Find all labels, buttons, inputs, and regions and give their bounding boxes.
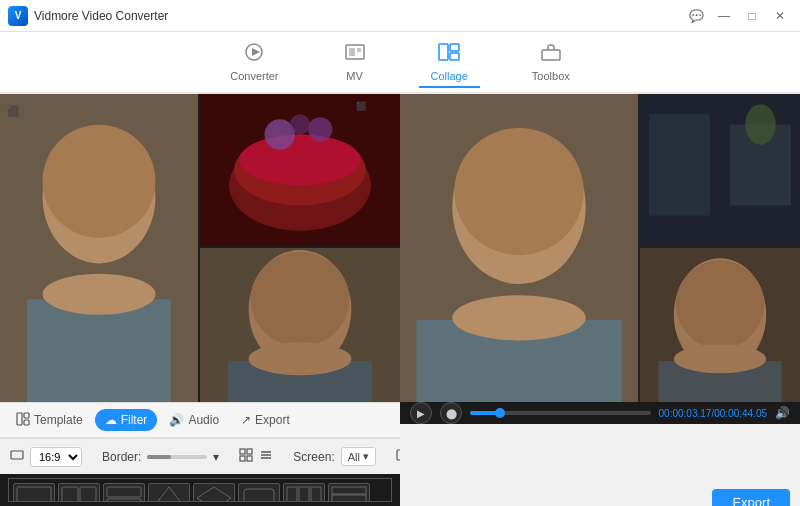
svg-rect-6	[450, 44, 459, 51]
svg-rect-33	[24, 420, 29, 425]
template-5[interactable]	[193, 483, 235, 502]
mv-label: MV	[346, 70, 363, 82]
message-button[interactable]: 💬	[684, 6, 708, 26]
border-dropdown-icon: ▾	[213, 450, 219, 464]
ratio-select[interactable]: 16:9 4:3 1:1	[30, 447, 82, 467]
svg-rect-36	[247, 449, 252, 454]
right-panel: ▶ ⬤ 00:00:03.17/00:00:44.05 🔊 Export	[400, 94, 800, 506]
svg-rect-5	[439, 44, 448, 60]
app-title-text: Vidmore Video Converter	[34, 9, 168, 23]
svg-rect-53	[332, 487, 366, 494]
total-time: 00:00:44.05	[714, 408, 767, 419]
svg-rect-4	[357, 48, 361, 52]
svg-rect-37	[240, 456, 245, 461]
right-preview	[400, 94, 800, 402]
template-7[interactable]	[283, 483, 325, 502]
border-slider-fill	[147, 455, 171, 459]
svg-rect-174	[640, 94, 800, 246]
svg-text:⬛: ⬛	[7, 105, 20, 118]
border-group: Border: ▾	[102, 450, 219, 464]
grid-icon[interactable]	[239, 448, 253, 465]
screen-label: Screen:	[293, 450, 334, 464]
nav-collage[interactable]: Collage	[419, 38, 480, 88]
svg-rect-52	[311, 487, 321, 502]
ratio-group: 16:9 4:3 1:1	[10, 447, 82, 467]
bottom-section: Export	[400, 424, 800, 506]
close-button[interactable]: ✕	[768, 6, 792, 26]
template-grid	[8, 478, 392, 502]
volume-icon[interactable]: 🔊	[775, 406, 790, 420]
minimize-button[interactable]: —	[712, 6, 736, 26]
progress-knob[interactable]	[495, 408, 505, 418]
lines-icon[interactable]	[259, 448, 273, 465]
toolbox-label: Toolbox	[532, 70, 570, 82]
screen-group: Screen: All ▾	[293, 447, 376, 466]
ratio-icon	[10, 448, 24, 465]
screen-icons-group	[239, 448, 273, 465]
converter-icon	[242, 42, 266, 67]
svg-rect-169	[400, 94, 638, 402]
template-2[interactable]	[58, 483, 100, 502]
toolbox-icon	[539, 42, 563, 67]
main-content: ⬛ ⬛	[0, 94, 800, 506]
app-logo: V	[8, 6, 28, 26]
audio-tab-label: Audio	[188, 413, 219, 427]
tab-template[interactable]: Template	[6, 408, 93, 433]
logo-letter: V	[15, 10, 22, 21]
title-bar-left: V Vidmore Video Converter	[8, 6, 168, 26]
screen-dropdown[interactable]: All ▾	[341, 447, 376, 466]
progress-bar[interactable]	[470, 411, 651, 415]
svg-rect-30	[200, 248, 400, 402]
title-bar: V Vidmore Video Converter 💬 — □ ✕	[0, 0, 800, 32]
tab-audio[interactable]: 🔊 Audio	[159, 409, 229, 431]
left-top-cell: ⬛	[200, 94, 400, 248]
right-top-cell	[640, 94, 800, 248]
svg-rect-180	[640, 248, 800, 402]
svg-rect-47	[107, 499, 141, 502]
svg-rect-45	[80, 487, 96, 502]
right-col1-cell	[400, 94, 640, 402]
maximize-button[interactable]: □	[740, 6, 764, 26]
export-button[interactable]: Export	[712, 489, 790, 506]
right-controls: ▶ ⬤ 00:00:03.17/00:00:44.05 🔊	[400, 402, 800, 424]
svg-rect-50	[287, 487, 297, 502]
svg-rect-35	[240, 449, 245, 454]
svg-rect-51	[299, 487, 309, 502]
template-4[interactable]	[148, 483, 190, 502]
template-6[interactable]	[238, 483, 280, 502]
left-panel: ⬛ ⬛	[0, 94, 400, 506]
nav-converter[interactable]: Converter	[218, 38, 290, 86]
svg-rect-34	[11, 451, 23, 459]
svg-text:⬛: ⬛	[356, 101, 367, 112]
svg-rect-31	[17, 413, 22, 425]
progress-fill	[470, 411, 497, 415]
left-col2: ⬛	[200, 94, 400, 402]
template-8[interactable]	[328, 483, 370, 502]
collage-label: Collage	[431, 70, 468, 82]
tab-filter[interactable]: ☁ Filter	[95, 409, 158, 431]
screen-value: All	[348, 451, 360, 463]
screen-dropdown-arrow: ▾	[363, 450, 369, 463]
border-slider[interactable]	[147, 455, 207, 459]
play-button[interactable]: ▶	[410, 402, 432, 424]
tab-export[interactable]: ↗ Export	[231, 409, 300, 431]
svg-marker-1	[252, 48, 260, 56]
stop-button[interactable]: ⬤	[440, 402, 462, 424]
nav-toolbox[interactable]: Toolbox	[520, 38, 582, 86]
bottom-toolbar: 16:9 4:3 1:1 Border: ▾	[0, 438, 400, 474]
collage-icon	[437, 42, 461, 67]
left-preview-grid: ⬛ ⬛	[0, 94, 400, 402]
template-3[interactable]	[103, 483, 145, 502]
svg-rect-23	[200, 94, 400, 246]
svg-rect-54	[332, 495, 366, 502]
filter-tab-label: Filter	[121, 413, 148, 427]
svg-rect-32	[24, 413, 29, 418]
left-preview: ⬛ ⬛	[0, 94, 400, 402]
svg-rect-44	[62, 487, 78, 502]
audio-tab-icon: 🔊	[169, 413, 184, 427]
left-bot-cell	[200, 248, 400, 402]
svg-rect-14	[0, 94, 198, 402]
nav-mv[interactable]: MV	[331, 38, 379, 86]
svg-marker-48	[152, 487, 186, 502]
template-1[interactable]	[13, 483, 55, 502]
